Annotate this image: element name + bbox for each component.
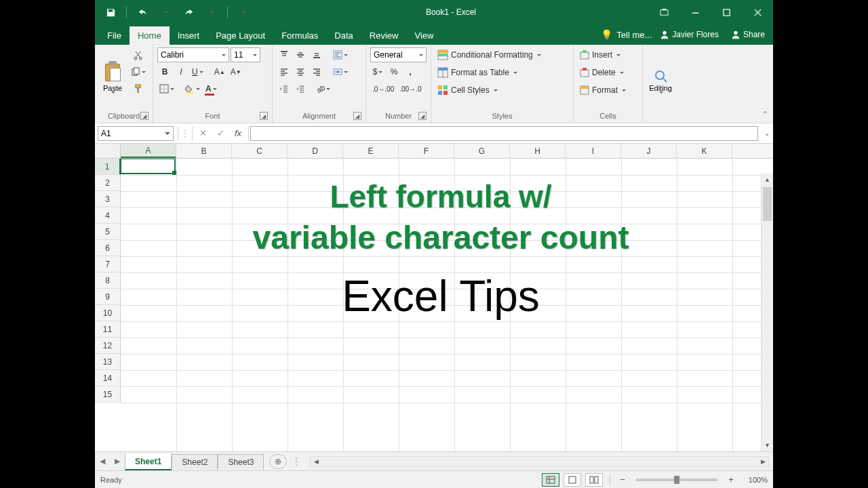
underline-button[interactable]: U [190, 64, 205, 79]
percent-format-button[interactable]: % [387, 64, 401, 79]
cell-area[interactable] [121, 159, 773, 451]
maximize-icon[interactable] [711, 0, 742, 24]
row-header[interactable]: 5 [95, 224, 121, 240]
row-header[interactable]: 15 [95, 386, 121, 403]
account-name[interactable]: Javier Flores [656, 30, 723, 39]
close-icon[interactable] [742, 0, 773, 24]
format-as-table-button[interactable]: Format as Table [435, 65, 567, 80]
column-header[interactable]: G [454, 144, 510, 158]
column-header[interactable]: K [677, 144, 732, 158]
row-header[interactable]: 11 [95, 321, 121, 338]
save-icon[interactable] [100, 3, 121, 22]
shrink-font-button[interactable]: A▼ [229, 64, 243, 79]
share-button[interactable]: Share [727, 30, 769, 39]
row-header[interactable]: 6 [95, 240, 121, 256]
tab-review[interactable]: Review [361, 26, 407, 45]
ribbon-display-icon[interactable] [648, 0, 679, 24]
qat-customize[interactable] [233, 3, 254, 22]
grow-font-button[interactable]: A▲ [212, 64, 227, 79]
orientation-button[interactable]: ab [315, 81, 332, 96]
wrap-text-button[interactable] [331, 47, 350, 62]
alignment-dialog-launcher[interactable]: ◢ [353, 112, 361, 120]
row-header[interactable]: 1 [95, 159, 121, 175]
delete-cells-button[interactable]: Delete [578, 65, 639, 80]
sheet-nav-next[interactable]: ▶ [110, 457, 125, 466]
row-header[interactable]: 10 [95, 305, 121, 321]
number-dialog-launcher[interactable]: ◢ [418, 112, 427, 120]
row-header[interactable]: 4 [95, 207, 121, 224]
insert-cells-button[interactable]: Insert [578, 47, 639, 62]
align-bottom-icon[interactable] [309, 47, 324, 62]
align-right-icon[interactable] [309, 64, 324, 79]
column-header[interactable]: E [343, 144, 399, 158]
font-color-button[interactable]: A [203, 81, 219, 96]
row-header[interactable]: 3 [95, 191, 121, 207]
undo-dropdown[interactable] [155, 3, 176, 22]
normal-view-icon[interactable] [542, 473, 559, 487]
merge-center-button[interactable] [331, 64, 350, 79]
tell-me[interactable]: Tell me... [616, 30, 652, 40]
page-break-view-icon[interactable] [585, 473, 603, 487]
bold-button[interactable]: B [157, 64, 172, 79]
row-header[interactable]: 8 [95, 272, 121, 289]
column-header[interactable]: H [510, 144, 566, 158]
row-header[interactable]: 12 [95, 338, 121, 354]
font-name-combo[interactable]: Calibri [157, 47, 229, 62]
active-cell[interactable] [120, 159, 176, 174]
conditional-formatting-button[interactable]: Conditional Formatting [435, 47, 567, 62]
undo-icon[interactable] [132, 3, 153, 22]
font-size-combo[interactable]: 11 [231, 47, 260, 62]
row-header[interactable]: 2 [95, 175, 121, 191]
decrease-indent-icon[interactable] [277, 81, 292, 96]
page-layout-view-icon[interactable] [564, 473, 581, 487]
row-header[interactable]: 13 [95, 354, 121, 370]
fill-color-button[interactable] [183, 81, 202, 96]
italic-button[interactable]: I [174, 64, 189, 79]
increase-indent-icon[interactable] [293, 81, 308, 96]
new-sheet-button[interactable]: ⊕ [269, 454, 287, 469]
format-painter-icon[interactable] [128, 81, 148, 96]
sheet-tab[interactable]: Sheet1 [125, 453, 172, 470]
fx-icon[interactable]: fx [229, 128, 247, 138]
zoom-out-button[interactable]: − [617, 474, 628, 485]
clipboard-dialog-launcher[interactable]: ◢ [140, 112, 149, 120]
tab-home[interactable]: Home [130, 26, 170, 45]
increase-decimal-button[interactable]: .0→.00 [370, 81, 396, 96]
number-format-combo[interactable]: General [370, 47, 427, 62]
cut-icon[interactable] [128, 47, 148, 62]
tab-data[interactable]: Data [326, 26, 361, 45]
accounting-format-button[interactable]: $ [370, 64, 385, 79]
minimize-icon[interactable] [679, 0, 711, 24]
sheet-nav-prev[interactable]: ◀ [95, 457, 110, 466]
zoom-in-button[interactable]: + [726, 474, 736, 485]
row-header[interactable]: 14 [95, 370, 121, 386]
tab-page-layout[interactable]: Page Layout [208, 26, 273, 45]
enter-formula-icon[interactable]: ✓ [212, 128, 229, 138]
column-header[interactable]: D [288, 144, 343, 158]
paste-button[interactable]: Paste [99, 47, 126, 110]
column-header[interactable]: I [566, 144, 621, 158]
copy-icon[interactable] [128, 64, 148, 79]
row-header[interactable]: 7 [95, 256, 121, 272]
font-dialog-launcher[interactable]: ◢ [260, 112, 268, 120]
column-header[interactable]: C [232, 144, 288, 158]
redo-icon[interactable] [178, 3, 199, 22]
row-header[interactable]: 9 [95, 289, 121, 305]
horizontal-scrollbar[interactable]: ◀▶ [310, 456, 769, 467]
collapse-ribbon-icon[interactable]: ˄ [763, 110, 768, 120]
align-middle-icon[interactable] [293, 47, 308, 62]
name-box[interactable]: A1 [98, 126, 174, 141]
column-header[interactable]: B [176, 144, 232, 158]
expand-formula-bar-icon[interactable]: ⌄ [761, 129, 773, 137]
comma-format-button[interactable]: , [403, 64, 418, 79]
vertical-scrollbar[interactable]: ▲▼ [761, 174, 773, 451]
tab-formulas[interactable]: Formulas [273, 26, 326, 45]
cell-styles-button[interactable]: Cell Styles [435, 83, 567, 98]
borders-button[interactable] [157, 81, 176, 96]
formula-input[interactable] [250, 126, 758, 141]
redo-dropdown[interactable] [201, 3, 222, 22]
tab-view[interactable]: View [406, 26, 441, 45]
column-header[interactable]: F [399, 144, 454, 158]
sheet-tab[interactable]: Sheet3 [218, 454, 264, 470]
column-header[interactable]: J [621, 144, 677, 158]
